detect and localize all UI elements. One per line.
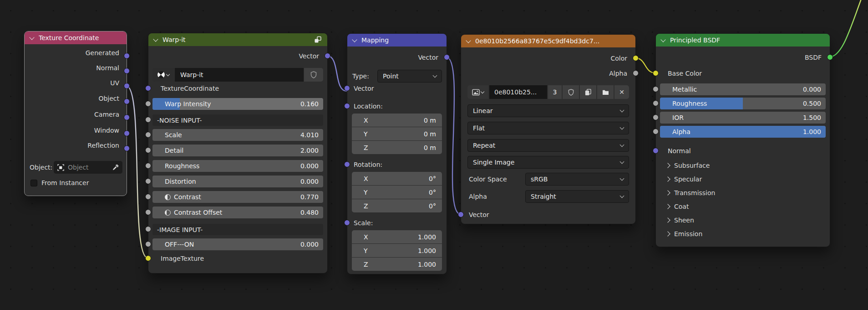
open-image-button[interactable] <box>597 85 614 99</box>
section-subsurface[interactable]: Subsurface <box>666 161 710 170</box>
node-header-texture-coordinate[interactable]: Texture Coordinate <box>25 31 127 44</box>
scale-x-field[interactable]: X 1.000 <box>352 230 442 243</box>
node-principled-bsdf[interactable]: Principled BSDF BSDF Base Color Metallic… <box>655 33 830 247</box>
node-texture-coordinate[interactable]: Texture Coordinate Generated Normal UV O… <box>24 31 127 196</box>
socket-output-vector[interactable] <box>325 53 330 59</box>
contrast-offset-slider[interactable]: Contrast Offset 0.480 <box>152 207 323 218</box>
folder-icon <box>602 89 609 95</box>
socket-input-distortion[interactable] <box>145 178 151 184</box>
socket-input-roughness[interactable] <box>653 100 659 106</box>
socket-output-bsdf[interactable] <box>827 54 833 60</box>
socket-input-location[interactable] <box>344 103 350 109</box>
socket-input-noise-section[interactable] <box>145 117 151 123</box>
section-coat[interactable]: Coat <box>666 202 689 211</box>
collapse-chevron-icon[interactable] <box>352 37 357 42</box>
socket-output-uv[interactable] <box>124 83 130 89</box>
object-selector-field[interactable]: Object <box>54 161 122 174</box>
color-space-dropdown[interactable]: sRGB <box>525 173 629 186</box>
fake-user-button[interactable] <box>563 85 579 99</box>
node-editor-canvas[interactable]: Texture Coordinate Generated Normal UV O… <box>0 0 868 310</box>
socket-input-base-color[interactable] <box>653 70 659 76</box>
detail-slider[interactable]: Detail 2.000 <box>152 145 323 156</box>
socket-input-normal[interactable] <box>653 148 659 154</box>
node-header-mapping[interactable]: Mapping <box>347 34 447 46</box>
node-image-texture[interactable]: 0e8010b2566a83767e5c9df4bd3dc7... Color … <box>461 34 636 224</box>
socket-input-contrast-offset[interactable] <box>145 209 151 215</box>
socket-input-detail[interactable] <box>145 147 151 153</box>
ior-slider[interactable]: IOR 1.500 <box>660 112 826 124</box>
socket-input-scale[interactable] <box>145 132 151 138</box>
node-mapping[interactable]: Mapping Vector Type: Point Vector Locati… <box>347 33 447 274</box>
from-instancer-row[interactable]: From Instancer <box>30 179 89 187</box>
socket-input-alpha[interactable] <box>653 129 659 134</box>
section-emission[interactable]: Emission <box>666 230 702 238</box>
users-count-button[interactable]: 3 <box>548 85 562 99</box>
socket-output-camera[interactable] <box>124 114 130 120</box>
scale-y-field[interactable]: Y 1.000 <box>352 244 442 257</box>
socket-input-rotation[interactable] <box>344 161 350 167</box>
warp-intensity-slider[interactable]: Warp Intensity 0.160 <box>152 98 323 110</box>
metallic-slider[interactable]: Metallic 0.000 <box>660 83 826 95</box>
socket-input-roughness[interactable] <box>145 163 151 169</box>
extension-dropdown[interactable]: Repeat <box>467 139 629 152</box>
location-y-field[interactable]: Y 0 m <box>352 127 442 140</box>
rotation-y-field[interactable]: Y 0° <box>352 186 442 199</box>
image-name-field[interactable]: 0e8010b25... <box>489 85 547 99</box>
unlink-button[interactable]: ✕ <box>614 85 629 99</box>
location-x-field[interactable]: X 0 m <box>352 114 442 127</box>
from-instancer-checkbox[interactable] <box>30 180 37 186</box>
socket-input-warp-intensity[interactable] <box>145 101 151 107</box>
node-header-warp-it[interactable]: Warp-it <box>148 33 327 46</box>
socket-input-vector[interactable] <box>458 212 464 217</box>
socket-output-object[interactable] <box>124 98 130 104</box>
interpolation-dropdown[interactable]: Linear <box>467 104 629 117</box>
socket-input-imagetexture[interactable] <box>145 255 151 261</box>
section-specular[interactable]: Specular <box>666 175 702 183</box>
section-sheen[interactable]: Sheen <box>666 216 694 224</box>
new-copy-button[interactable] <box>580 85 596 99</box>
collapse-chevron-icon[interactable] <box>466 38 471 43</box>
socket-output-alpha[interactable] <box>633 70 639 76</box>
type-dropdown[interactable]: Point <box>377 70 442 83</box>
socket-input-off-on[interactable] <box>145 241 151 247</box>
socket-output-reflection[interactable] <box>124 145 130 151</box>
socket-input-image-section[interactable] <box>145 226 151 232</box>
group-name-field[interactable]: Warp-it <box>175 68 304 82</box>
location-z-field[interactable]: Z 0 m <box>352 141 442 154</box>
socket-input-vector[interactable] <box>344 85 350 91</box>
eyedropper-icon[interactable] <box>112 164 119 171</box>
off-on-slider[interactable]: OFF---ON 0.000 <box>152 238 323 250</box>
roughness-slider[interactable]: Roughness 0.000 <box>152 160 323 172</box>
socket-input-scale[interactable] <box>344 220 350 226</box>
group-browse-button[interactable] <box>152 68 174 82</box>
distortion-slider[interactable]: Distortion 0.000 <box>152 176 323 187</box>
collapse-chevron-icon[interactable] <box>660 37 665 42</box>
socket-output-color[interactable] <box>633 55 639 61</box>
fake-user-button[interactable] <box>304 68 323 82</box>
socket-input-ior[interactable] <box>653 114 659 120</box>
alpha-slider[interactable]: Alpha 1.000 <box>660 126 826 138</box>
source-dropdown[interactable]: Single Image <box>467 156 629 169</box>
scale-slider[interactable]: Scale 4.010 <box>152 129 323 141</box>
socket-output-generated[interactable] <box>124 53 130 59</box>
collapse-chevron-icon[interactable] <box>29 35 34 40</box>
socket-output-window[interactable] <box>124 130 130 136</box>
rotation-x-field[interactable]: X 0° <box>352 172 442 185</box>
socket-output-vector[interactable] <box>444 54 450 60</box>
socket-output-normal[interactable] <box>124 68 130 74</box>
node-header-image-texture[interactable]: 0e8010b2566a83767e5c9df4bd3dc7... <box>461 35 635 47</box>
rotation-z-field[interactable]: Z 0° <box>352 199 442 212</box>
node-warp-it[interactable]: Warp-it Vector Warp-it TextureCoordinate <box>148 33 328 274</box>
collapse-chevron-icon[interactable] <box>153 36 158 41</box>
socket-input-contrast[interactable] <box>145 194 151 200</box>
node-header-principled-bsdf[interactable]: Principled BSDF <box>656 34 830 46</box>
socket-input-texturecoordinate[interactable] <box>145 85 151 91</box>
roughness-slider[interactable]: Roughness 0.500 <box>660 98 826 109</box>
socket-input-metallic[interactable] <box>653 86 659 92</box>
contrast-slider[interactable]: Contrast 0.770 <box>152 191 323 203</box>
scale-z-field[interactable]: Z 1.000 <box>352 258 442 271</box>
projection-dropdown[interactable]: Flat <box>467 122 629 134</box>
section-transmission[interactable]: Transmission <box>666 189 715 197</box>
alpha-mode-dropdown[interactable]: Straight <box>525 190 629 203</box>
image-browse-button[interactable] <box>467 85 488 99</box>
